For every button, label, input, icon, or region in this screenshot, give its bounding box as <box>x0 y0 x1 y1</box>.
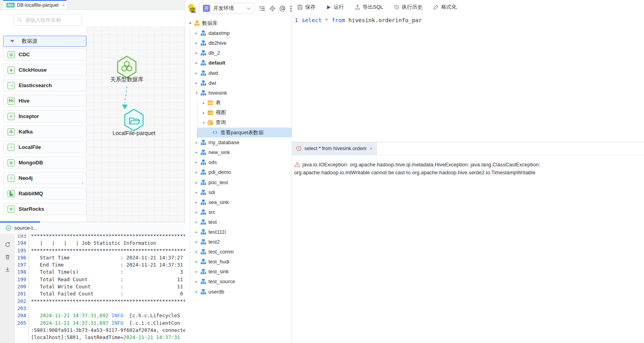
component-item[interactable]: Hi Hive <box>3 95 86 107</box>
tree-item[interactable]: new_sink <box>185 147 292 157</box>
expand-arrow-icon[interactable] <box>194 190 199 194</box>
component-item[interactable]: ▤ CDC <box>3 48 86 61</box>
expand-arrow-icon[interactable] <box>194 220 199 224</box>
tree-item[interactable]: dwd <box>185 68 292 78</box>
component-item[interactable]: ◈ ClickHouse <box>3 64 86 76</box>
tree-item[interactable]: db_2 <box>185 48 292 58</box>
expand-arrow-icon[interactable] <box>194 71 199 75</box>
expand-arrow-icon[interactable] <box>194 230 199 234</box>
expand-arrow-icon[interactable] <box>194 81 199 85</box>
add-datasource-button[interactable] <box>259 6 265 11</box>
save-button[interactable]: 保存 <box>297 4 315 11</box>
expand-arrow-icon[interactable] <box>194 250 199 254</box>
tree-item[interactable]: sea_sink <box>185 197 292 207</box>
search-input[interactable] <box>25 17 76 23</box>
locate-button[interactable] <box>269 6 275 11</box>
expand-arrow-icon[interactable] <box>194 240 199 244</box>
tree-item[interactable]: ods <box>185 157 292 167</box>
expand-arrow-icon[interactable] <box>194 210 199 214</box>
tree-item[interactable]: test111l <box>185 227 292 237</box>
tree-item[interactable]: dwi <box>185 78 292 88</box>
tree-item-label: 查询 <box>216 119 226 126</box>
expand-arrow-icon[interactable] <box>194 170 199 174</box>
expand-arrow-icon[interactable] <box>194 140 199 145</box>
tree-item[interactable]: test <box>185 217 292 227</box>
sql-code-editor[interactable]: 1 select * from hivesink.orderinfo_par <box>292 14 644 25</box>
expand-arrow-icon[interactable] <box>201 101 206 105</box>
expand-arrow-icon[interactable] <box>194 180 199 185</box>
expand-arrow-icon[interactable] <box>194 290 199 294</box>
expand-arrow-icon[interactable] <box>194 200 199 204</box>
format-button[interactable]: 格式化 <box>433 4 457 11</box>
tree-item[interactable]: poc_test <box>185 177 292 187</box>
run-button[interactable]: 运行 <box>326 4 344 11</box>
component-item[interactable]: ≋ StarRocks <box>3 203 86 215</box>
expand-arrow-icon[interactable] <box>194 61 199 65</box>
tree-item[interactable]: dataxtmp <box>185 28 292 38</box>
target-node-label[interactable]: LocalFile-parquet <box>108 130 160 136</box>
tree-item[interactable]: test_hudi <box>185 257 292 267</box>
component-item[interactable]: ∴ Neo4j <box>3 172 86 184</box>
component-item[interactable]: ✳ Inceptor <box>3 110 86 122</box>
tree-item[interactable]: 数据库 <box>185 18 292 28</box>
database-icon <box>200 50 206 56</box>
localfile-node-icon[interactable] <box>123 109 145 131</box>
expand-arrow-icon[interactable] <box>201 120 206 125</box>
trash-icon[interactable] <box>5 254 10 260</box>
sql-file-icon <box>212 130 218 136</box>
close-icon[interactable]: × <box>62 2 65 8</box>
tree-item[interactable]: my_database <box>185 137 292 147</box>
tree-item[interactable]: test_sink <box>185 267 292 276</box>
expand-arrow-icon[interactable] <box>194 279 199 284</box>
expand-arrow-icon[interactable] <box>201 111 206 115</box>
tree-item[interactable]: test_source <box>185 276 292 286</box>
component-item[interactable]: ◍ MongoDB <box>3 156 86 169</box>
component-item[interactable]: ▱ LocalFile <box>3 141 86 153</box>
tree-item-label: ods <box>208 159 217 165</box>
tree-item[interactable]: src <box>185 207 292 217</box>
component-item[interactable]: ▙ RabbitMQ <box>3 187 86 200</box>
tree-item[interactable]: 查询 <box>185 118 292 128</box>
relational-db-node-icon[interactable] <box>116 55 138 78</box>
tree-item[interactable]: default <box>185 58 292 68</box>
datasource-section-header[interactable]: 数据源 <box>3 36 86 47</box>
close-icon[interactable]: × <box>369 146 373 152</box>
tree-item[interactable]: test2 <box>185 237 292 247</box>
expand-arrow-icon[interactable] <box>194 51 199 55</box>
collapse-sidebar-handle[interactable]: ‹ <box>81 179 84 187</box>
refresh-icon[interactable] <box>5 242 11 248</box>
log-line-text: Start Time : 2024-11-21 14:37:27 <box>26 254 183 261</box>
tree-item[interactable]: hivesink <box>185 88 292 98</box>
expand-arrow-icon[interactable] <box>194 259 199 264</box>
log-tab-label[interactable]: source-t... <box>14 225 37 231</box>
tree-item[interactable]: 查看parquet表数据 <box>185 128 292 137</box>
expand-arrow-icon[interactable] <box>187 21 193 25</box>
source-node-label[interactable]: 关系型数据库 <box>101 76 153 83</box>
export-sql-button[interactable]: 导出SQL <box>355 4 383 11</box>
more-button[interactable] <box>290 6 292 11</box>
expand-arrow-icon[interactable] <box>194 41 199 45</box>
tree-item[interactable]: sdi <box>185 187 292 197</box>
sql-code-line[interactable]: select * from hivesink.orderinfo_par <box>302 16 422 25</box>
tree-item[interactable]: pdi_demo <box>185 167 292 177</box>
expand-arrow-icon[interactable] <box>194 160 199 164</box>
environment-select[interactable]: 开 开发环境 <box>199 3 254 14</box>
tree-item[interactable]: 视图 <box>185 108 292 118</box>
tree-item[interactable]: userdb <box>185 287 292 297</box>
component-item[interactable]: ⁂ Kafka <box>3 126 86 138</box>
expand-arrow-icon[interactable] <box>194 31 199 35</box>
expand-arrow-icon[interactable] <box>194 150 199 154</box>
tab-db-localfile-parquet[interactable]: Rts DB-localfile-parquet × <box>3 0 67 10</box>
download-icon[interactable] <box>5 267 10 272</box>
tree-item[interactable]: 表 <box>185 98 292 108</box>
caret-down-icon <box>10 40 14 42</box>
component-item[interactable]: ◅ Elasticsearch <box>3 79 86 91</box>
expand-arrow-icon[interactable] <box>194 269 199 274</box>
result-tab[interactable]: select * from hivesink.orderinfo... × <box>292 142 377 155</box>
expand-arrow-icon[interactable] <box>194 91 199 95</box>
component-label: RabbitMQ <box>19 191 43 196</box>
tree-item[interactable]: test_comm <box>185 247 292 257</box>
tree-item[interactable]: db2hive <box>185 38 292 48</box>
link-button[interactable] <box>280 6 286 11</box>
history-button[interactable]: 执行历史 <box>394 4 422 11</box>
